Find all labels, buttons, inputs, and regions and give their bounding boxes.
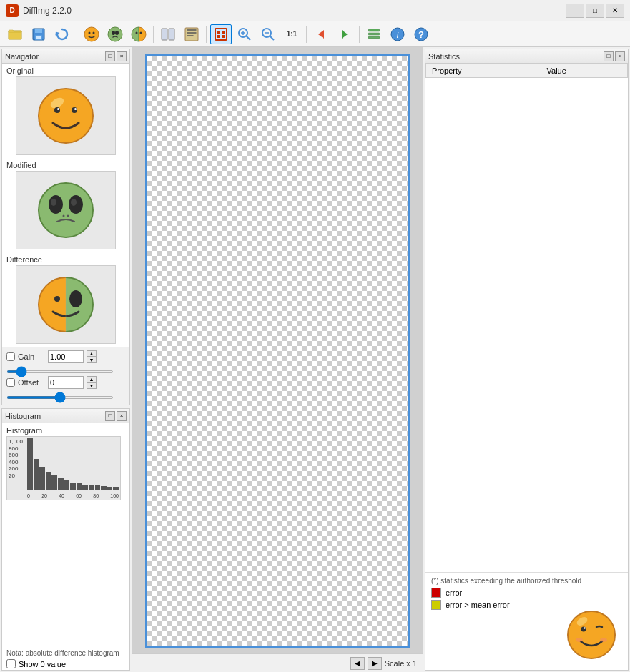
gain-checkbox[interactable] bbox=[6, 352, 15, 361]
toolbar: 1:1 i ? bbox=[0, 21, 630, 47]
histogram-bar bbox=[39, 467, 45, 490]
histogram-bar bbox=[34, 459, 39, 490]
histogram-bar bbox=[58, 478, 64, 490]
stats-table-head: Property Value bbox=[426, 64, 628, 78]
histogram-bar bbox=[95, 485, 101, 490]
wink-emoji bbox=[566, 610, 616, 660]
histogram-content: Histogram 1,000 800 600 400 200 20 0 bbox=[2, 423, 129, 648]
capture-button[interactable] bbox=[210, 24, 232, 44]
stats-footer: (*) statistics exceeding the authorized … bbox=[425, 572, 628, 670]
zoom-in-button[interactable] bbox=[234, 24, 255, 44]
statistics-restore-button[interactable]: □ bbox=[604, 51, 614, 61]
help-button[interactable]: ? bbox=[410, 24, 432, 44]
settings-button[interactable] bbox=[363, 24, 385, 44]
title-text: DiffImg 2.2.0 bbox=[23, 6, 72, 16]
svg-rect-18 bbox=[217, 31, 220, 34]
histogram-close-button[interactable]: × bbox=[117, 411, 127, 421]
svg-rect-32 bbox=[370, 29, 378, 31]
histogram-bar bbox=[107, 487, 113, 490]
original-emoji bbox=[37, 87, 94, 144]
show-diff-button[interactable] bbox=[128, 24, 149, 44]
statistics-close-button[interactable]: × bbox=[615, 51, 625, 61]
svg-point-45 bbox=[74, 108, 77, 110]
left-panel: Navigator □ × Original bbox=[0, 47, 132, 672]
prev-button[interactable] bbox=[310, 24, 332, 44]
svg-text:?: ? bbox=[418, 29, 424, 40]
svg-rect-33 bbox=[368, 33, 380, 35]
canvas-viewport bbox=[145, 54, 410, 648]
histogram-section-label: Histogram bbox=[6, 426, 125, 435]
save-button[interactable] bbox=[28, 24, 49, 44]
app-icon: D bbox=[6, 4, 19, 17]
gain-slider[interactable] bbox=[6, 370, 114, 373]
stats-table-area: Property Value bbox=[425, 64, 628, 572]
svg-point-46 bbox=[39, 183, 93, 237]
offset-checkbox[interactable] bbox=[6, 378, 15, 387]
gain-down-button[interactable]: ▼ bbox=[87, 357, 97, 363]
svg-point-9 bbox=[108, 27, 122, 41]
gain-input[interactable]: 1.00 bbox=[48, 350, 84, 363]
legend-mean-error-box bbox=[431, 600, 441, 610]
histogram-title: Histogram bbox=[5, 412, 41, 420]
svg-line-27 bbox=[270, 36, 275, 40]
split-view-button[interactable] bbox=[157, 24, 179, 44]
svg-point-11 bbox=[115, 31, 119, 35]
svg-point-12 bbox=[136, 31, 138, 34]
minimize-button[interactable]: — bbox=[566, 4, 584, 18]
maximize-button[interactable]: □ bbox=[586, 4, 604, 18]
histogram-x-labels: 0 20 40 60 80 100 bbox=[27, 493, 119, 498]
svg-marker-30 bbox=[342, 30, 348, 39]
stats-table: Property Value bbox=[425, 64, 628, 78]
open-img1-button[interactable] bbox=[4, 24, 26, 44]
offset-down-button[interactable]: ▼ bbox=[87, 382, 97, 389]
difference-thumbnail bbox=[16, 265, 116, 344]
close-button[interactable]: ✕ bbox=[606, 4, 624, 18]
gain-row: Gain 1.00 ▲ ▼ bbox=[6, 350, 125, 363]
original-label: Original bbox=[6, 66, 125, 75]
show-modified-button[interactable] bbox=[104, 24, 126, 44]
svg-point-57 bbox=[54, 296, 60, 302]
offset-up-button[interactable]: ▲ bbox=[87, 376, 97, 382]
svg-point-63 bbox=[576, 638, 583, 642]
img-info-button[interactable] bbox=[181, 24, 202, 44]
svg-point-8 bbox=[93, 31, 95, 34]
gain-spinner: ▲ ▼ bbox=[87, 350, 97, 363]
histogram-bar bbox=[82, 485, 88, 490]
legend-error-box bbox=[431, 588, 441, 598]
svg-point-10 bbox=[112, 31, 115, 35]
histogram-restore-button[interactable]: □ bbox=[105, 411, 115, 421]
gain-up-button[interactable]: ▲ bbox=[87, 350, 97, 357]
legend-mean-error-label: error > mean error bbox=[446, 601, 510, 609]
canvas-area[interactable]: ◀ ▶ Scale x 1 bbox=[132, 47, 423, 672]
info-button[interactable]: i bbox=[387, 24, 408, 44]
svg-point-50 bbox=[71, 199, 77, 206]
offset-row: Offset 0 ▲ ▼ bbox=[6, 376, 125, 389]
difference-section: Difference bbox=[2, 252, 129, 347]
show-zero-row: Show 0 value bbox=[2, 658, 129, 670]
reload-button[interactable] bbox=[51, 24, 73, 44]
zoom-region-button[interactable] bbox=[257, 24, 279, 44]
svg-point-44 bbox=[57, 108, 59, 110]
value-column-header: Value bbox=[541, 64, 627, 78]
offset-input[interactable]: 0 bbox=[48, 376, 84, 389]
zoom-11-button[interactable]: 1:1 bbox=[281, 24, 302, 44]
gain-offset-panel: Gain 1.00 ▲ ▼ Offset 0 ▲ ▼ bbox=[2, 347, 129, 405]
navigator-close-button[interactable]: × bbox=[117, 51, 127, 61]
navigator-title: Navigator bbox=[5, 52, 39, 61]
show-zero-checkbox[interactable] bbox=[6, 659, 16, 668]
scale-minus-button[interactable]: ◀ bbox=[350, 657, 365, 670]
statistics-title: Statistics bbox=[428, 52, 460, 61]
navigator-restore-button[interactable]: □ bbox=[105, 51, 115, 61]
histogram-bar bbox=[113, 487, 119, 490]
next-button[interactable] bbox=[334, 24, 355, 44]
legend-error-label: error bbox=[446, 588, 462, 597]
svg-point-40 bbox=[40, 90, 92, 142]
svg-rect-2 bbox=[35, 29, 42, 33]
title-left: D DiffImg 2.2.0 bbox=[6, 4, 72, 17]
scale-plus-button[interactable]: ▶ bbox=[368, 657, 382, 670]
offset-slider[interactable] bbox=[6, 396, 114, 399]
histogram-y-labels: 1,000 800 600 400 200 20 bbox=[9, 438, 23, 480]
stats-header-row: Property Value bbox=[426, 64, 628, 78]
show-original-button[interactable] bbox=[81, 24, 102, 44]
svg-rect-21 bbox=[222, 35, 225, 38]
